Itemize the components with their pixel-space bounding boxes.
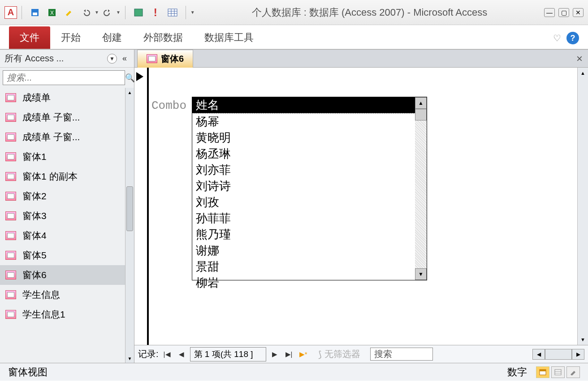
record-navigator: 记录: |◀ ◀ 第 1 项(共 118 ] ▶ ▶| ▶* ⟆ 无筛选器 ◀ … — [134, 345, 588, 363]
nav-search-input[interactable] — [3, 70, 125, 85]
highlight-icon[interactable] — [62, 6, 76, 19]
document-tab[interactable]: 窗体6 — [137, 50, 193, 68]
tab-close-icon[interactable]: × — [576, 52, 583, 65]
form-icon — [5, 290, 16, 299]
new-record-button[interactable]: ▶* — [298, 348, 309, 360]
record-selector-icon[interactable] — [136, 72, 143, 81]
nav-item[interactable]: 窗体1 — [0, 147, 134, 167]
nav-item[interactable]: 成绩单 子窗... — [0, 108, 134, 127]
combo-scroll-up-icon[interactable]: ▲ — [415, 97, 427, 109]
combo-option[interactable]: 熊乃瑾 — [192, 226, 427, 242]
form-icon — [5, 310, 16, 319]
tab-create[interactable]: 创建 — [91, 26, 133, 49]
nav-item-label: 窗体3 — [22, 210, 47, 222]
hscroll-track[interactable] — [545, 349, 572, 360]
svg-rect-11 — [540, 370, 546, 371]
nav-scrollbar[interactable]: ▲ ▼ — [125, 88, 134, 363]
combo-option[interactable]: 刘亦菲 — [192, 162, 427, 178]
nav-object-list: 成绩单成绩单 子窗...成绩单 子窗...窗体1窗体1 的副本窗体2窗体3窗体4… — [0, 88, 134, 363]
combo-option[interactable]: 刘诗诗 — [192, 178, 427, 194]
main-pane: 窗体6 × Combo 姓名 杨幂黄晓明杨丞琳刘亦菲刘诗诗刘孜孙菲菲熊乃瑾谢娜景… — [134, 50, 588, 363]
nav-item-label: 窗体2 — [22, 190, 47, 202]
form-icon — [5, 231, 16, 240]
combo-option[interactable]: 黄晓明 — [192, 129, 427, 146]
nav-item-label: 成绩单 子窗... — [22, 111, 80, 124]
combo-scroll-down-icon[interactable]: ▼ — [415, 268, 427, 280]
form-icon — [5, 192, 16, 201]
nav-item[interactable]: 成绩单 — [0, 88, 134, 108]
save-icon[interactable] — [28, 6, 42, 19]
navigation-pane: 所有 Access ... ▼ « 🔍 成绩单成绩单 子窗...成绩单 子窗..… — [0, 50, 134, 363]
scroll-up-icon[interactable]: ▲ — [125, 88, 134, 97]
scroll-thumb[interactable] — [126, 186, 133, 231]
form-icon — [5, 113, 16, 122]
record-search-input[interactable] — [370, 348, 433, 361]
help-icon[interactable]: ? — [566, 32, 579, 44]
scroll-down-icon[interactable]: ▼ — [125, 354, 134, 363]
access-logo-icon: A — [4, 6, 17, 19]
nav-item[interactable]: 窗体5 — [0, 245, 134, 265]
svg-rect-5 — [168, 9, 177, 16]
nav-item[interactable]: 窗体3 — [0, 206, 134, 226]
form-icon — [5, 251, 16, 260]
next-record-button[interactable]: ▶ — [269, 348, 281, 360]
nav-item[interactable]: 窗体2 — [0, 186, 134, 206]
nav-collapse-icon[interactable]: « — [120, 54, 130, 64]
nav-item-label: 窗体1 — [22, 150, 47, 163]
combo-option[interactable]: 景甜 — [192, 258, 427, 275]
combo-option[interactable]: 杨丞琳 — [192, 146, 427, 162]
tab-file[interactable]: 文件 — [9, 26, 50, 49]
hscroll-right-icon[interactable]: ▶ — [572, 349, 584, 360]
tab-home[interactable]: 开始 — [50, 26, 91, 49]
form-view-button[interactable] — [536, 366, 549, 378]
last-record-button[interactable]: ▶| — [283, 348, 295, 360]
close-button[interactable]: ✕ — [573, 8, 584, 17]
combo-option[interactable]: 杨幂 — [192, 113, 427, 129]
combo-option[interactable]: 刘孜 — [192, 194, 427, 210]
combo-scrollbar[interactable]: ▲ ▼ — [415, 97, 427, 280]
form-design-icon[interactable] — [132, 6, 145, 19]
tab-external-data[interactable]: 外部数据 — [133, 26, 194, 49]
tab-database-tools[interactable]: 数据库工具 — [194, 26, 264, 49]
nav-dropdown-icon[interactable]: ▼ — [107, 54, 117, 64]
maximize-button[interactable]: ▢ — [558, 8, 569, 17]
minimize-button[interactable]: — — [544, 8, 555, 17]
first-record-button[interactable]: |◀ — [161, 348, 173, 360]
prev-record-button[interactable]: ◀ — [176, 348, 187, 360]
nav-item-label: 窗体6 — [22, 269, 47, 281]
datasheet-icon[interactable] — [166, 6, 179, 19]
undo-icon[interactable] — [79, 6, 93, 19]
combo-header[interactable]: 姓名 — [192, 97, 427, 113]
main-vertical-scrollbar[interactable]: ▲ ▼ — [577, 68, 588, 345]
window-title: 个人数据库 : 数据库 (Access 2007) - Microsoft Ac… — [195, 6, 544, 19]
main-scroll-down-icon[interactable]: ▼ — [578, 334, 588, 345]
combo-option[interactable]: 孙菲菲 — [192, 210, 427, 226]
nav-item[interactable]: 窗体1 的副本 — [0, 167, 134, 186]
record-position[interactable]: 第 1 项(共 118 ] — [190, 347, 266, 361]
form-divider — [147, 68, 149, 345]
nav-item[interactable]: 成绩单 子窗... — [0, 127, 134, 147]
hscroll-left-icon[interactable]: ◀ — [532, 349, 545, 360]
nav-item[interactable]: 窗体6 — [0, 265, 134, 285]
nav-item[interactable]: 窗体4 — [0, 226, 134, 245]
main-scroll-up-icon[interactable]: ▲ — [578, 68, 588, 78]
combo-label: Combo — [151, 99, 186, 112]
form-icon — [147, 54, 157, 63]
nav-item-label: 成绩单 子窗... — [22, 131, 80, 143]
minimize-ribbon-icon[interactable]: ♡ — [553, 33, 561, 43]
combo-option[interactable]: 柳岩 — [192, 275, 427, 291]
nav-item[interactable]: 学生信息 — [0, 285, 134, 305]
combo-option[interactable]: 谢娜 — [192, 242, 427, 258]
combo-dropdown[interactable]: 姓名 杨幂黄晓明杨丞琳刘亦菲刘诗诗刘孜孙菲菲熊乃瑾谢娜景甜柳岩 ▲ ▼ — [192, 97, 427, 280]
alert-icon[interactable]: ! — [149, 6, 162, 19]
design-view-button[interactable] — [566, 366, 580, 378]
nav-header[interactable]: 所有 Access ... ▼ « — [0, 50, 134, 68]
datasheet-view-button[interactable] — [551, 366, 565, 378]
svg-text:X: X — [50, 10, 54, 16]
nav-item[interactable]: 学生信息1 — [0, 305, 134, 324]
nav-item-label: 学生信息 — [22, 288, 60, 301]
redo-icon[interactable] — [101, 6, 114, 19]
combo-scroll-thumb[interactable] — [415, 109, 427, 120]
search-icon[interactable]: 🔍 — [125, 70, 135, 85]
excel-export-icon[interactable]: X — [45, 6, 59, 19]
